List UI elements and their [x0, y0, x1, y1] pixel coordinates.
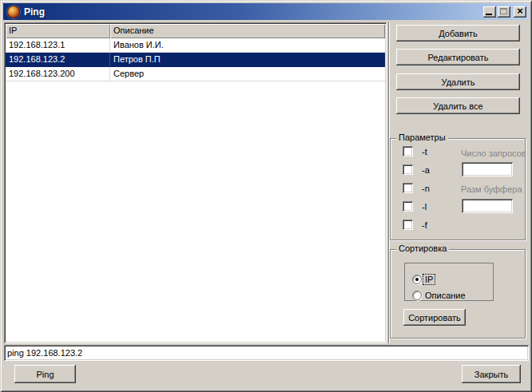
flag-n-checkbox[interactable] [403, 183, 413, 193]
cell-description: Сервер [110, 67, 385, 81]
cell-ip: 192.168.123.1 [6, 38, 110, 52]
host-list-header: IP Описание [6, 24, 385, 38]
table-row[interactable]: 192.168.123.200 Сервер [6, 67, 385, 81]
minimize-button[interactable] [483, 6, 496, 18]
close-icon: × [514, 6, 526, 17]
close-button[interactable]: × [514, 6, 526, 18]
add-button[interactable]: Добавить [396, 25, 520, 42]
table-row[interactable]: 192.168.123.2 Петров П.П [6, 53, 385, 67]
flag-a-label: -a [422, 165, 430, 175]
edit-button[interactable]: Редактировать [396, 49, 520, 65]
delete-button[interactable]: Удалить [396, 73, 520, 90]
ping-button[interactable]: Ping [14, 365, 76, 383]
window-title: Ping [24, 6, 45, 18]
cell-description: Иванов И.И. [110, 38, 385, 52]
sort-by-description-radio[interactable] [412, 291, 422, 300]
flag-t-checkbox[interactable] [403, 146, 413, 156]
ping-window: Ping × IP Описание 192.168.123.1 Иванов … [0, 0, 532, 392]
cell-ip: 192.168.123.200 [6, 67, 110, 81]
request-count-field[interactable] [462, 162, 513, 176]
maximize-button[interactable] [498, 6, 510, 18]
command-field[interactable] [4, 345, 529, 361]
flag-t-label: -t [422, 147, 427, 156]
sort-by-ip-label[interactable]: IP [423, 275, 435, 284]
flag-f-label: -f [422, 220, 427, 230]
flag-f-checkbox[interactable] [403, 220, 413, 230]
window-controls: × [482, 6, 526, 18]
flag-l-label: -l [422, 202, 427, 212]
title-bar: Ping × [3, 3, 529, 20]
close-dialog-button[interactable]: Закрыть [462, 365, 521, 383]
cell-ip: 192.168.123.2 [6, 53, 110, 66]
sorting-group-title: Сортировка [396, 244, 449, 254]
cell-description: Петров П.П [110, 53, 385, 66]
buffer-size-label: Разм буффера [461, 184, 522, 194]
minimize-icon [486, 14, 492, 15]
sort-by-description-label[interactable]: Описание [423, 291, 467, 300]
flag-a-checkbox[interactable] [403, 164, 413, 175]
app-icon [7, 6, 20, 18]
column-header-ip[interactable]: IP [6, 24, 110, 38]
request-count-label: Число запросов [461, 148, 526, 158]
sort-button[interactable]: Сортировать [403, 309, 466, 326]
buffer-size-field[interactable] [462, 199, 513, 213]
sorting-options-panel: IP Описание [404, 263, 494, 301]
delete-all-button[interactable]: Удалить все [396, 97, 520, 114]
column-header-description[interactable]: Описание [110, 24, 385, 38]
table-row[interactable]: 192.168.123.1 Иванов И.И. [6, 38, 385, 53]
sort-by-ip-radio[interactable] [412, 275, 422, 284]
flag-n-label: -n [422, 184, 430, 193]
maximize-icon [500, 8, 507, 14]
parameters-group-title: Параметры [396, 133, 448, 143]
flag-l-checkbox[interactable] [403, 201, 413, 212]
host-list: IP Описание 192.168.123.1 Иванов И.И. 19… [4, 22, 387, 343]
